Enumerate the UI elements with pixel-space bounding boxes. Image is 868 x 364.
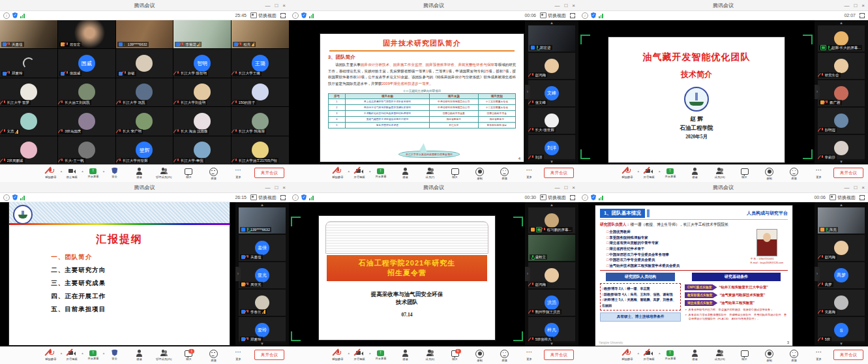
tool-chat-button[interactable]: 聊天	[445, 168, 465, 179]
participant-tile[interactable]: 嘉佳关嘉佳	[239, 235, 286, 261]
maximize-button[interactable]: □	[854, 3, 857, 8]
tool-cam-button[interactable]: 停止视频	[62, 168, 82, 179]
tool-share-button[interactable]: 共享屏幕	[371, 168, 391, 178]
tool-chat-button[interactable]: 1聊天	[179, 350, 198, 361]
tool-person-button[interactable]: 邀请	[396, 168, 415, 179]
participant-tile[interactable]: 3班马国庆	[58, 107, 115, 135]
sidebar-collapse-handle[interactable]: ›	[525, 267, 530, 281]
participant-tile[interactable]: 关嘉佳	[0, 20, 57, 48]
participant-tile[interactable]: 彭明霞	[818, 108, 865, 134]
switch-view-button[interactable]: 切换视图	[830, 194, 856, 201]
leave-meeting-button[interactable]: 离开会议	[833, 168, 863, 178]
participant-tile[interactable]: 150的苗子	[232, 78, 289, 106]
minimize-button[interactable]: —	[844, 3, 849, 8]
participant-tile[interactable]: S5班	[818, 317, 865, 343]
leave-meeting-button[interactable]: 离开会议	[544, 168, 574, 178]
maximize-button[interactable]: □	[275, 185, 278, 190]
participant-tile[interactable]: 郑爱玲	[0, 49, 57, 77]
close-button[interactable]: ×	[282, 3, 286, 8]
participant-tile[interactable]: 长大油工刘闵凯	[58, 78, 115, 106]
tool-chat-button[interactable]: 9聊天	[445, 350, 465, 361]
maximize-button[interactable]: □	[854, 185, 857, 190]
sidebar-collapse-handle[interactable]: ›	[235, 267, 241, 281]
minimize-button[interactable]: —	[844, 185, 849, 190]
participant-tile[interactable]: 长大 宋广明	[116, 107, 173, 135]
participant-tile[interactable]: 长大 海油 沈雨薇	[173, 107, 231, 135]
participant-tile[interactable]: 研究生会	[818, 53, 865, 79]
leave-meeting-button[interactable]: 离开会议	[254, 350, 284, 360]
participant-tile[interactable]: 亚光周亚光	[239, 262, 286, 288]
participant-tile[interactable]: 程亮	[232, 20, 289, 48]
participant-tile[interactable]: 长江大学-奉倪	[173, 136, 231, 164]
participant-tile[interactable]: 登辉长江大学何登辉	[116, 136, 173, 164]
tool-shield-button[interactable]: 安全	[104, 350, 124, 360]
sidebar-scroll-down[interactable]: ▼	[525, 341, 578, 346]
participant-tile[interactable]: 爱玲郑爱玲	[239, 317, 286, 343]
participant-tile[interactable]: 聂广雅	[818, 80, 865, 106]
participant-tile[interactable]: 长江大学油工21705户恒	[232, 136, 289, 164]
tool-mic-button[interactable]: 解除静音	[328, 350, 348, 361]
participant-tile[interactable]: 李春兰	[239, 290, 286, 316]
tool-cam-button[interactable]: 开启视频	[62, 350, 82, 361]
close-button[interactable]: ×	[572, 3, 575, 8]
tool-people-button[interactable]: 管理成员(25)	[154, 350, 173, 361]
tool-more-button[interactable]: 更多	[228, 350, 248, 361]
participant-tile[interactable]: 梓凡5班张梓凡	[528, 317, 575, 343]
sidebar-collapse-handle[interactable]: ›	[815, 85, 820, 99]
tool-share-button[interactable]: 共享屏幕	[371, 350, 391, 360]
tool-chat-button[interactable]: 聊天	[735, 168, 755, 179]
tool-rec-button[interactable]: 录制	[470, 350, 490, 362]
participant-tile[interactable]: 洪浩荆州学院王洪浩	[528, 290, 575, 316]
tool-emoji-button[interactable]: 表情	[785, 350, 804, 362]
sidebar-scroll-down[interactable]: ▼	[235, 341, 289, 346]
tool-share-button[interactable]: 共享屏幕	[83, 168, 103, 178]
participant-tile[interactable]: 李菊花	[173, 20, 231, 48]
sidebar-scroll-down[interactable]: ▼	[815, 159, 868, 164]
meeting-info-icon[interactable]: i	[582, 194, 588, 201]
leave-meeting-button[interactable]: 离开会议	[833, 350, 863, 360]
tool-share-button[interactable]: 共享屏幕	[661, 350, 680, 360]
maximize-button[interactable]: □	[564, 3, 567, 8]
tool-person-button[interactable]: 邀请	[396, 350, 415, 361]
maximize-button[interactable]: □	[564, 185, 567, 190]
fullscreen-icon[interactable]	[280, 195, 286, 200]
tool-cam-button[interactable]: 开启视频	[639, 168, 659, 179]
minimize-button[interactable]: —	[265, 185, 270, 190]
participant-tile[interactable]: 长江大学 巩凯	[116, 78, 173, 106]
participant-tile[interactable]: 王璐长江大学王璐	[232, 49, 289, 77]
participant-tile[interactable]: 长江大学刘金明	[173, 78, 231, 106]
participant-tile[interactable]: 朱亮	[818, 207, 865, 234]
participant-tile[interactable]: 139****6632	[239, 207, 286, 234]
tool-shield-button[interactable]: 安全	[104, 168, 124, 178]
meeting-info-icon[interactable]: i	[3, 194, 10, 201]
close-button[interactable]: ×	[282, 185, 286, 190]
fullscreen-icon[interactable]	[570, 13, 575, 18]
tool-chat-button[interactable]: 聊天	[735, 350, 755, 361]
fullscreen-icon[interactable]	[860, 195, 865, 200]
participant-tile[interactable]: 长大-张世辉	[528, 108, 575, 134]
tool-rec-button[interactable]: 录制	[760, 350, 779, 362]
sidebar-scroll-down[interactable]: ▼	[815, 341, 868, 346]
tool-share-button[interactable]: 共享屏幕	[661, 168, 680, 178]
leave-meeting-button[interactable]: 离开会议	[254, 168, 284, 178]
sidebar-scroll-down[interactable]: ▼	[525, 159, 578, 164]
tool-people-button[interactable]: 成员(23)	[710, 350, 730, 361]
participant-tile[interactable]: 长大-王一帆	[58, 136, 115, 164]
switch-view-button[interactable]: 切换视图	[250, 194, 277, 201]
tool-more-button[interactable]: 更多	[520, 168, 539, 179]
fullscreen-icon[interactable]	[280, 13, 286, 18]
participant-tile[interactable]: 吴惠梅	[818, 290, 865, 316]
participant-tile[interactable]: 刘洋刘洋	[528, 135, 575, 161]
tool-share-button[interactable]: 共享屏幕	[83, 350, 103, 360]
participant-tile[interactable]: 长江大学 雷梦	[0, 78, 57, 106]
sidebar-scroll-up[interactable]: ▲	[525, 20, 578, 25]
tool-more-button[interactable]: 更多	[809, 350, 829, 361]
meeting-info-icon[interactable]: i	[292, 194, 299, 201]
meeting-info-icon[interactable]: i	[582, 12, 588, 19]
tool-emoji-button[interactable]: 表情	[785, 168, 804, 180]
sidebar-collapse-handle[interactable]: ›	[525, 85, 530, 99]
participant-tile[interactable]: 文峰张文峰	[528, 80, 575, 106]
tool-emoji-button[interactable]: 表情	[203, 168, 223, 180]
sidebar-scroll-up[interactable]: ▲	[235, 202, 289, 207]
participant-tile[interactable]: 139****6632	[116, 20, 173, 48]
